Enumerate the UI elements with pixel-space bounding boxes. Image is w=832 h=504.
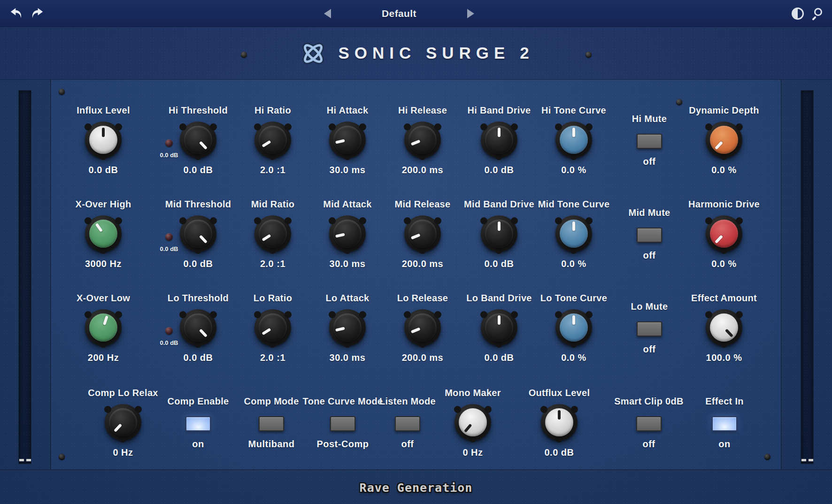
harmonic-drive-value: 0.0 % <box>679 258 769 269</box>
knob-notch <box>254 311 261 318</box>
knob-notch <box>119 435 126 443</box>
knob-notch <box>736 123 743 130</box>
knob-face <box>710 126 738 154</box>
lo-attack-knob[interactable] <box>329 309 366 346</box>
lo-tone-curve-knob[interactable] <box>555 309 592 346</box>
hi-release-knob[interactable] <box>404 122 441 158</box>
knob-notch <box>85 311 92 318</box>
comp-mode-toggle[interactable] <box>259 416 284 431</box>
knob-notch <box>179 311 186 318</box>
hi-mute-toggle[interactable] <box>637 134 662 149</box>
mid-ratio-knob[interactable] <box>254 215 291 252</box>
outflux-level-label: Outflux Level <box>515 387 604 398</box>
knob-notch <box>104 406 111 413</box>
effect-in-state: on <box>680 438 769 450</box>
contrast-theme-button[interactable] <box>792 8 804 20</box>
knob-notch <box>555 123 562 130</box>
lo-release-knob[interactable] <box>404 309 441 346</box>
dynamic-depth-knob[interactable] <box>706 122 742 158</box>
previous-preset-button[interactable] <box>324 9 331 18</box>
knob-face <box>184 126 212 154</box>
knob-group-lo-release: Lo Release 200.0 ms <box>378 292 467 363</box>
knob-notch <box>495 153 502 160</box>
mid-threshold-led-label: 0.0 dB <box>154 245 184 252</box>
knob-notch <box>511 123 518 130</box>
knob-notch <box>434 123 441 130</box>
outflux-level-knob[interactable] <box>541 404 578 441</box>
knob-notch <box>555 217 562 224</box>
listen-mode-toggle[interactable] <box>395 416 420 431</box>
effect-amount-knob[interactable] <box>706 309 742 346</box>
knob-notch <box>469 435 476 443</box>
mid-release-knob[interactable] <box>404 215 441 252</box>
knob-notch <box>736 217 743 224</box>
tone-curve-mode-toggle[interactable] <box>330 416 355 431</box>
smart-clip-0db-toggle[interactable] <box>636 416 662 431</box>
hi-threshold-led-label: 0.0 dB <box>154 152 184 159</box>
x-over-high-knob[interactable] <box>85 215 122 252</box>
hi-attack-knob[interactable] <box>329 122 366 158</box>
knob-notch <box>329 123 336 130</box>
undo-button[interactable] <box>8 5 24 22</box>
knob-notch <box>269 153 276 160</box>
mid-attack-knob[interactable] <box>329 215 366 252</box>
lo-ratio-knob[interactable] <box>254 309 291 346</box>
dynamic-depth-value: 0.0 % <box>679 164 769 176</box>
knob-notch <box>511 311 518 318</box>
knob-group-mid-release: Mid Release 200.0 ms <box>378 199 467 269</box>
redo-icon <box>30 6 45 21</box>
knob-notch <box>344 341 351 348</box>
knob-pointer <box>102 128 105 137</box>
redo-button[interactable] <box>29 5 46 22</box>
mid-band-drive-knob[interactable] <box>481 215 517 252</box>
lo-threshold-knob[interactable] <box>180 309 216 346</box>
knob-face <box>109 408 137 436</box>
x-over-low-knob[interactable] <box>85 309 122 346</box>
knob-notch <box>571 406 578 413</box>
harmonic-drive-knob[interactable] <box>706 215 742 252</box>
preset-name[interactable]: Default <box>382 8 416 19</box>
hi-threshold-knob[interactable] <box>180 122 216 158</box>
knob-notch <box>570 341 577 348</box>
knob-notch <box>480 311 487 318</box>
knob-pointer <box>572 315 575 325</box>
knob-notch <box>194 247 201 254</box>
knob-notch <box>285 217 292 224</box>
knob-notch <box>736 311 743 318</box>
next-preset-button[interactable] <box>467 9 474 18</box>
effect-in-toggle[interactable] <box>712 416 737 431</box>
influx-level-knob[interactable] <box>85 122 122 158</box>
knob-notch <box>85 217 92 224</box>
knob-notch <box>585 123 593 130</box>
knob-notch <box>135 406 142 413</box>
knob-face <box>459 408 487 436</box>
mid-release-value: 200.0 ms <box>378 258 467 269</box>
hi-band-drive-knob[interactable] <box>481 122 517 158</box>
knob-face <box>710 220 738 248</box>
mid-mute-toggle[interactable] <box>637 228 662 243</box>
lo-release-value: 200.0 ms <box>378 352 467 363</box>
knob-face <box>408 220 437 248</box>
mid-tone-curve-knob[interactable] <box>555 215 592 252</box>
hi-tone-curve-knob[interactable] <box>555 122 592 158</box>
magnifier-icon <box>814 8 822 16</box>
knob-notch <box>570 153 577 160</box>
lo-mute-toggle[interactable] <box>637 321 662 336</box>
knob-group-x-over-high: X-Over High 3000 Hz <box>59 199 148 269</box>
mid-threshold-knob[interactable] <box>180 215 216 252</box>
zoom-button[interactable] <box>811 7 824 20</box>
lo-threshold-led-label: 0.0 dB <box>154 339 184 346</box>
knob-notch <box>555 311 562 318</box>
lo-band-drive-knob[interactable] <box>481 309 517 346</box>
knob-notch <box>254 217 261 224</box>
knob-notch <box>329 311 336 318</box>
knob-face <box>333 126 362 154</box>
knob-notch <box>115 123 122 130</box>
hi-ratio-knob[interactable] <box>254 122 291 158</box>
mono-maker-knob[interactable] <box>455 404 491 441</box>
effect-amount-label: Effect Amount <box>679 292 769 304</box>
comp-lo-relax-knob[interactable] <box>105 404 141 441</box>
knob-notch <box>585 311 593 318</box>
knob-notch <box>100 153 107 160</box>
comp-enable-toggle[interactable] <box>185 416 211 431</box>
